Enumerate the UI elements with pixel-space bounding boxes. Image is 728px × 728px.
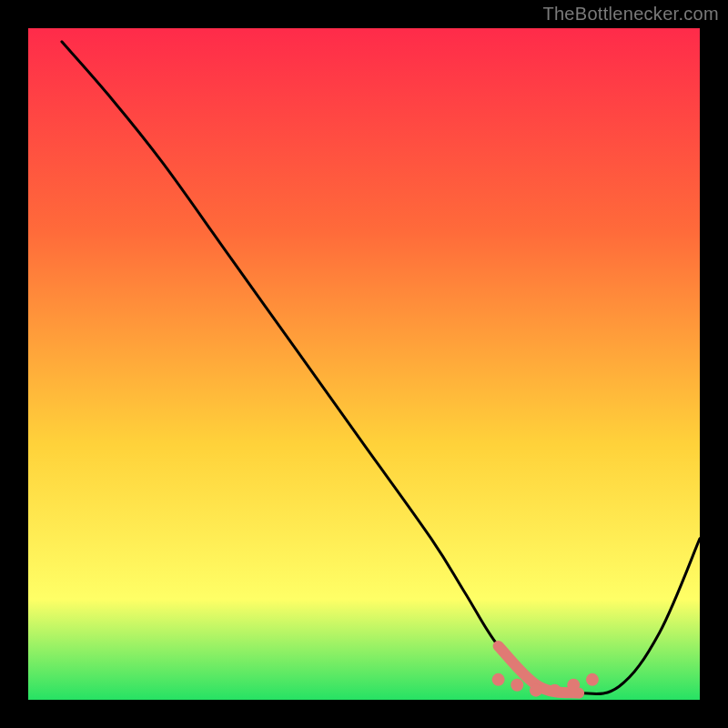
attribution-text: TheBottlenecker.com [542, 4, 719, 25]
highlight-dot [492, 673, 505, 686]
highlight-dot [530, 684, 542, 697]
highlight-dot [567, 679, 580, 692]
plot-area-gradient [28, 28, 700, 700]
highlight-dot [549, 684, 561, 697]
highlight-dot [586, 673, 599, 686]
highlight-dot [511, 679, 523, 692]
bottleneck-chart [0, 0, 728, 728]
